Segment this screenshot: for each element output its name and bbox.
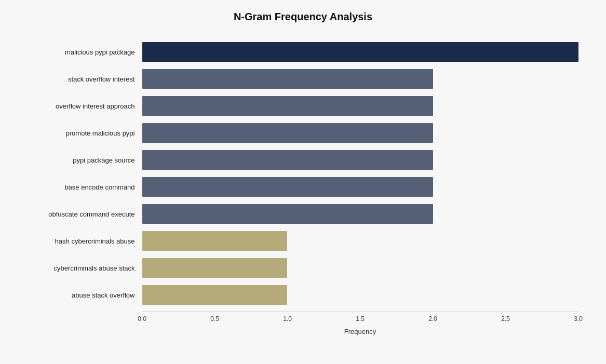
bar-label: cybercriminals abuse stack <box>28 264 142 272</box>
x-tick: 2.5 <box>501 315 510 322</box>
bar-label: stack overflow interest <box>28 75 142 83</box>
bar-track <box>142 65 578 92</box>
bar-row: malicious pypi package <box>28 38 578 65</box>
x-tick: 1.5 <box>356 315 365 322</box>
bar-fill <box>142 96 433 116</box>
bar-label: abuse stack overflow <box>28 291 142 299</box>
bar-fill <box>142 42 578 62</box>
chart-container: N-Gram Frequency Analysis malicious pypi… <box>18 1 589 363</box>
bar-fill <box>142 123 433 143</box>
bar-label: obfuscate command execute <box>28 210 142 218</box>
bar-fill <box>142 204 433 224</box>
bar-row: hash cybercriminals abuse <box>28 227 578 254</box>
bar-track <box>142 281 578 308</box>
bar-row: promote malicious pypi <box>28 119 578 146</box>
x-axis-area: 0.00.51.01.52.02.53.0 Frequency <box>142 312 578 332</box>
bar-track <box>142 227 578 254</box>
bar-track <box>142 119 578 146</box>
bar-track <box>142 38 578 65</box>
bar-row: abuse stack overflow <box>28 281 578 308</box>
bar-row: obfuscate command execute <box>28 200 578 227</box>
bar-track <box>142 254 578 281</box>
bar-track <box>142 173 578 200</box>
bar-row: stack overflow interest <box>28 65 578 92</box>
bar-fill <box>142 177 433 197</box>
bar-row: base encode command <box>28 173 578 200</box>
bar-label: pypi package source <box>28 156 142 164</box>
bar-fill <box>142 69 433 89</box>
bar-track <box>142 200 578 227</box>
bar-row: cybercriminals abuse stack <box>28 254 578 281</box>
x-axis-ticks: 0.00.51.01.52.02.53.0 <box>142 312 578 315</box>
chart-area: malicious pypi packagestack overflow int… <box>28 38 578 308</box>
bar-label: hash cybercriminals abuse <box>28 237 142 245</box>
bar-row: pypi package source <box>28 146 578 173</box>
bar-label: overflow interest approach <box>28 102 142 110</box>
x-tick: 1.0 <box>283 315 292 322</box>
bar-track <box>142 92 578 119</box>
bar-row: overflow interest approach <box>28 92 578 119</box>
x-tick: 0.5 <box>210 315 219 322</box>
x-tick: 0.0 <box>138 315 146 322</box>
bar-track <box>142 146 578 173</box>
x-tick: 2.0 <box>428 315 437 322</box>
bar-label: malicious pypi package <box>28 48 142 56</box>
bar-fill <box>142 285 288 305</box>
bar-fill <box>142 231 288 251</box>
bar-fill <box>142 258 288 278</box>
chart-title: N-Gram Frequency Analysis <box>28 11 578 23</box>
bar-label: promote malicious pypi <box>28 129 142 137</box>
x-axis-label: Frequency <box>142 328 578 335</box>
bar-label: base encode command <box>28 183 142 191</box>
x-tick: 3.0 <box>574 315 583 322</box>
bar-fill <box>142 150 433 170</box>
